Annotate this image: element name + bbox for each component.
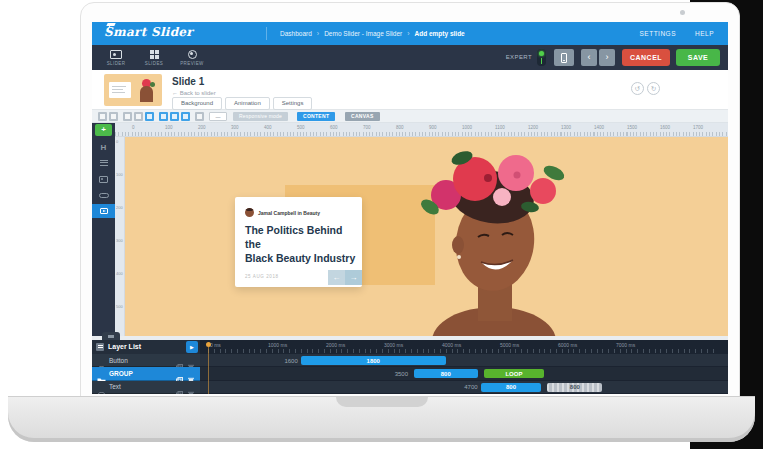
content-mode-button[interactable]: CONTENT [297,112,335,121]
add-layer-button[interactable]: + [95,124,112,136]
slide-canvas[interactable]: Jamal Campbell in Beauty The Politics Be… [125,137,728,336]
timeline-bar[interactable]: LOOP [484,369,545,378]
help-link[interactable]: HELP [695,22,714,45]
heading-layer-button[interactable]: H [92,140,115,154]
back-to-slider-link[interactable]: ← Back to slider [172,90,216,96]
app-header: Smart Slider Dashboard›Demo Slider - Ima… [92,22,728,45]
layer-row-group[interactable]: GROUP3500800LOOP [92,367,728,380]
slider-icon [110,50,122,59]
timeline-bar[interactable]: 800 [414,369,478,378]
time-label: 4000 ms [442,342,461,348]
redo-circle-icon[interactable]: ↻ [647,82,660,95]
align-left-button[interactable] [123,112,132,121]
layers-icon [96,343,104,351]
ruler-label: 400 [264,125,272,130]
delay-label: 1600 [258,354,298,367]
responsive-mode-button[interactable]: Responsive mode [233,112,288,121]
ruler-label: 600 [330,125,338,130]
layer-row-button[interactable]: Button16001800 [92,354,728,367]
layer-list-title: Layer List [108,343,141,350]
smart-slider-app: Smart Slider Dashboard›Demo Slider - Ima… [92,22,728,394]
ruler-label: 900 [429,125,437,130]
zoom-select[interactable]: — [209,112,227,121]
app-logo[interactable]: Smart Slider [104,25,193,39]
slide-panel: Slide 1 ← Back to slider BackgroundAnima… [92,70,728,110]
mobile-icon [561,53,567,63]
timeline-bar[interactable]: 800 [481,383,542,392]
redo-button[interactable]: › [599,49,615,66]
align-center-button[interactable] [134,112,143,121]
valign-top-button[interactable] [159,112,168,121]
ruler-label: 1300 [561,125,571,130]
breadcrumb-item[interactable]: Dashboard [280,30,312,37]
save-button[interactable]: SAVE [676,49,720,66]
layer-row-label[interactable]: Button [92,354,200,367]
timeline-panel-tab[interactable] [102,332,120,340]
delay-label: 4700 [438,381,478,394]
tab-settings[interactable]: Settings [273,97,313,110]
tab-animation[interactable]: Animation [225,97,270,110]
timeline-header: Layer List ▶ 0 ms1000 ms2000 ms3000 ms40… [92,340,728,354]
video-icon [100,208,108,214]
ruler-label: 700 [363,125,371,130]
ruler-label: 0 [132,125,135,130]
trash-icon[interactable] [188,384,194,394]
slide-title: Slide 1 [172,76,204,87]
align-right-button[interactable] [145,112,154,121]
tab-background[interactable]: Background [172,97,222,110]
card-date: 25 AUG 2018 [245,274,279,279]
layer-list-header: Layer List ▶ [92,340,200,354]
thumb-portrait [140,86,153,102]
eye-icon[interactable] [97,384,106,394]
ruler-label: 500 [297,125,305,130]
layer-row-label[interactable]: GROUP [92,367,200,380]
video-layer-button[interactable] [92,204,115,218]
card-layer[interactable]: Jamal Campbell in Beauty The Politics Be… [235,197,362,287]
time-label: 7000 ms [616,342,635,348]
device-preview-button[interactable] [554,49,574,66]
timeline-ruler[interactable]: 0 ms1000 ms2000 ms3000 ms4000 ms5000 ms6… [200,340,728,354]
time-label: 0 ms [210,342,221,348]
thumb-card [109,82,131,98]
slider-button[interactable]: SLIDER [98,45,134,70]
next-arrow-button[interactable]: → [345,270,362,285]
slides-button[interactable]: SLIDES [136,45,172,70]
layer-row-text[interactable]: Text4700800800 [92,381,728,394]
valign-middle-button[interactable] [170,112,179,121]
breadcrumb-item[interactable]: Demo Slider - Image Slider [324,30,402,37]
time-label: 3000 ms [384,342,403,348]
layer-row-label[interactable]: Text [92,381,200,394]
slide-thumbnail[interactable] [104,74,162,106]
grid-toggle-button[interactable] [195,112,204,121]
button-layer-button[interactable] [92,188,115,202]
slide-background-image[interactable] [342,145,672,336]
expert-toggle[interactable] [537,49,546,66]
text-layer-button[interactable] [92,156,115,170]
thumb-leaf [150,82,155,87]
valign-bottom-button[interactable] [181,112,190,121]
history-redo-button[interactable] [109,112,118,121]
card-title: The Politics Behind theBlack Beauty Indu… [245,223,357,265]
timeline-bar[interactable]: 800 [547,383,602,392]
undo-button[interactable]: ‹ [581,49,597,66]
ruler-label: 800 [396,125,404,130]
play-button[interactable]: ▶ [186,341,198,353]
settings-link[interactable]: SETTINGS [639,22,676,45]
history-undo-button[interactable] [98,112,107,121]
cancel-button[interactable]: CANCEL [622,49,670,66]
author-name: Jamal Campbell in Beauty [258,210,320,216]
breadcrumb-item[interactable]: Add empty slide [415,30,465,37]
canvas-mode-button[interactable]: CANVAS [345,112,380,121]
playhead-line [208,347,209,394]
duplicate-icon[interactable] [176,384,183,394]
preview-button[interactable]: PREVIEW [174,45,210,70]
time-label: 2000 ms [326,342,345,348]
layer-name: GROUP [109,367,133,379]
ruler-label: 300 [116,238,123,243]
layer-name: Text [109,381,121,393]
undo-circle-icon[interactable]: ↺ [631,82,644,95]
image-layer-button[interactable] [92,172,115,186]
prev-arrow-button[interactable]: ← [328,270,345,285]
breadcrumb: Dashboard›Demo Slider - Image Slider›Add… [280,22,465,45]
timeline-bar[interactable]: 1800 [301,356,446,365]
